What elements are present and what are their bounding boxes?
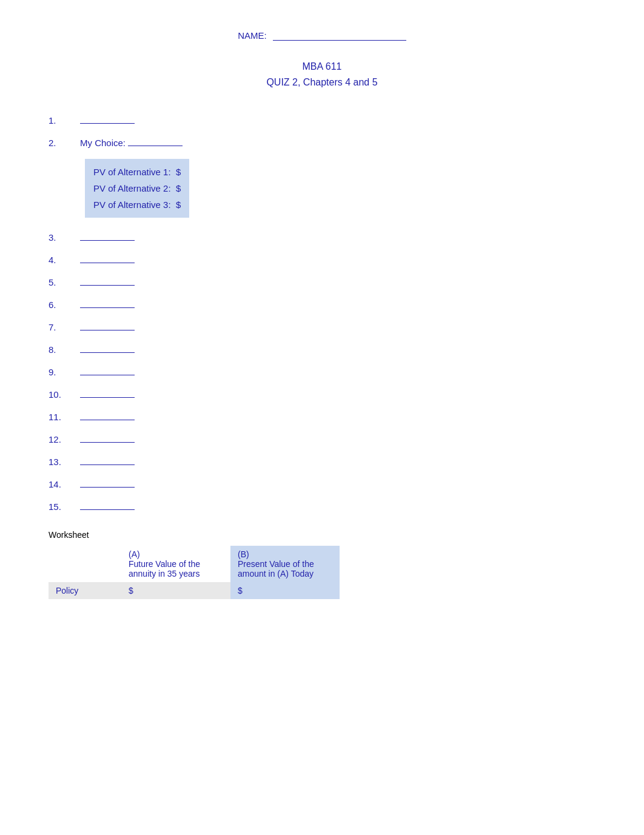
- worksheet-section: Worksheet (A) Future Value of the annuit…: [49, 530, 608, 599]
- question-8: 8.: [49, 343, 608, 355]
- pv-alt3: PV of Alternative 3: $: [93, 196, 181, 213]
- worksheet-policy-row: Policy $ $: [49, 582, 340, 599]
- question-7: 7.: [49, 321, 608, 332]
- q14-answer[interactable]: [80, 478, 135, 488]
- quiz-title: QUIZ 2, Chapters 4 and 5: [36, 75, 608, 90]
- q9-answer[interactable]: [80, 366, 135, 375]
- name-header: NAME:: [36, 30, 608, 41]
- question-9: 9.: [49, 366, 608, 377]
- q15-num: 15.: [49, 501, 73, 512]
- q5-num: 5.: [49, 277, 73, 287]
- q11-answer[interactable]: [80, 411, 135, 420]
- q13-num: 13.: [49, 457, 73, 467]
- q2-num: 2.: [49, 138, 73, 148]
- q3-answer[interactable]: [80, 231, 135, 241]
- q4-answer[interactable]: [80, 253, 135, 263]
- q2-answer[interactable]: [128, 136, 183, 146]
- pv-alt1: PV of Alternative 1: $: [93, 164, 181, 180]
- question-6: 6.: [49, 298, 608, 310]
- pv-alternatives-box: PV of Alternative 1: $ PV of Alternative…: [85, 159, 189, 218]
- question-15: 15.: [49, 500, 608, 512]
- col-b-header-desc: Present Value of the amount in (A) Today: [238, 559, 332, 578]
- q12-num: 12.: [49, 434, 73, 444]
- question-5: 5.: [49, 276, 608, 287]
- q13-answer[interactable]: [80, 455, 135, 465]
- col-a-dollar: $: [121, 582, 230, 599]
- policy-label: Policy: [49, 582, 121, 599]
- q15-answer[interactable]: [80, 500, 135, 510]
- worksheet-header-row: (A) Future Value of the annuity in 35 ye…: [49, 546, 340, 582]
- question-12: 12.: [49, 433, 608, 444]
- worksheet-title: Worksheet: [49, 530, 608, 540]
- col-b-dollar: $: [230, 582, 340, 599]
- question-11: 11.: [49, 411, 608, 422]
- q6-num: 6.: [49, 300, 73, 310]
- pv-alt2: PV of Alternative 2: $: [93, 180, 181, 196]
- q1-answer[interactable]: [80, 114, 135, 124]
- name-label: NAME:: [238, 30, 267, 41]
- q7-answer[interactable]: [80, 321, 135, 330]
- worksheet-table: (A) Future Value of the annuity in 35 ye…: [49, 546, 340, 599]
- col-a-header: (A) Future Value of the annuity in 35 ye…: [121, 546, 230, 582]
- q12-answer[interactable]: [80, 433, 135, 443]
- q10-num: 10.: [49, 389, 73, 400]
- col-a-header-desc: Future Value of the annuity in 35 years: [129, 559, 223, 578]
- col-a-header-letter: (A): [129, 549, 223, 559]
- q11-num: 11.: [49, 412, 73, 422]
- my-choice-label: My Choice:: [80, 138, 126, 148]
- q7-num: 7.: [49, 322, 73, 332]
- col-b-header-letter: (B): [238, 549, 332, 559]
- name-line: [273, 40, 406, 41]
- q14-num: 14.: [49, 479, 73, 489]
- course-title: MBA 611: [36, 59, 608, 75]
- empty-header: [49, 546, 121, 582]
- question-4: 4.: [49, 253, 608, 265]
- q3-num: 3.: [49, 232, 73, 243]
- col-b-header: (B) Present Value of the amount in (A) T…: [230, 546, 340, 582]
- question-10: 10.: [49, 388, 608, 400]
- q8-num: 8.: [49, 344, 73, 355]
- q9-num: 9.: [49, 367, 73, 377]
- q1-num: 1.: [49, 115, 73, 126]
- q4-num: 4.: [49, 255, 73, 265]
- question-list: 1. 2. My Choice: PV of Alternative 1: $ …: [49, 114, 608, 512]
- question-1: 1.: [49, 114, 608, 126]
- q8-answer[interactable]: [80, 343, 135, 353]
- question-3: 3.: [49, 231, 608, 243]
- question-13: 13.: [49, 455, 608, 467]
- q6-answer[interactable]: [80, 298, 135, 308]
- question-14: 14.: [49, 478, 608, 489]
- question-2: 2. My Choice:: [49, 136, 608, 148]
- q10-answer[interactable]: [80, 388, 135, 398]
- title-block: MBA 611 QUIZ 2, Chapters 4 and 5: [36, 59, 608, 90]
- q5-answer[interactable]: [80, 276, 135, 286]
